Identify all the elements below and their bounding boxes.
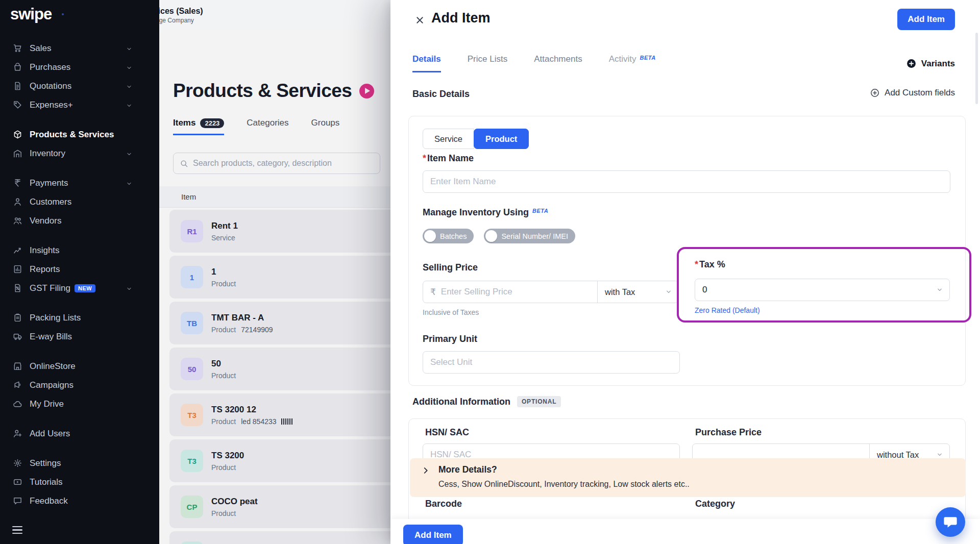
sidebar-item-products-services[interactable]: Products & Services [0, 125, 159, 144]
tab-details[interactable]: Details [412, 54, 441, 72]
sidebar-item-label: OnlineStore [30, 361, 76, 372]
sidebar-item-onlinestore[interactable]: OnlineStore [0, 357, 159, 376]
sidebar-item-payments[interactable]: Payments [0, 174, 159, 192]
sidebar-item-settings[interactable]: Settings [0, 454, 159, 473]
hsn-sac-label: HSN/ SAC [425, 427, 469, 438]
chevron-down-icon [126, 150, 133, 157]
sidebar-item-tutorials[interactable]: Tutorials [0, 473, 159, 491]
addusers-icon [12, 429, 22, 439]
plus-circle-filled-icon [906, 58, 917, 69]
item-column-header: Item [181, 186, 196, 208]
type-product-button[interactable]: Product [474, 129, 529, 149]
item-subtitle: Product [211, 372, 236, 380]
sidebar-item-vendors[interactable]: Vendors [0, 211, 159, 230]
sidebar-item-purchases[interactable]: Purchases [0, 58, 159, 77]
sidebar-item-inventory[interactable]: Inventory [0, 144, 159, 163]
chevron-down-icon [126, 285, 133, 292]
search-input[interactable] [193, 159, 374, 168]
toggle-knob [485, 230, 497, 242]
tab-activity[interactable]: ActivityBETA [609, 54, 656, 72]
more-details-description: Cess, Show OnlineDiscount, Inventory tra… [438, 480, 690, 489]
type-service-button[interactable]: Service [423, 129, 474, 149]
item-subtitle: Service [211, 234, 238, 242]
chevron-down-icon [126, 83, 133, 90]
sidebar-item-gst-filing[interactable]: GST FilingNEW [0, 279, 159, 298]
page-title: Products & Services [173, 80, 352, 102]
item-name-input[interactable] [430, 177, 943, 187]
scrollbar-thumb[interactable] [975, 33, 978, 104]
sidebar-item-packing-lists[interactable]: Packing Lists [0, 308, 159, 327]
zero-rated-link[interactable]: Zero Rated (Default) [695, 306, 760, 314]
item-info: TMT BAR - AProduct72149909 [211, 313, 273, 334]
modal-title: Add Item [431, 10, 491, 26]
item-name: TS 3200 12 [211, 405, 293, 415]
play-tutorial-button[interactable] [359, 84, 374, 98]
sidebar-item-label: GST Filing [30, 283, 70, 293]
item-name: 50 [211, 359, 236, 369]
serial-number-imei-toggle[interactable]: Serial Number/ IMEI [484, 229, 575, 243]
tax-percent-select[interactable]: 0 [695, 279, 950, 301]
primary-unit-field [423, 351, 680, 374]
sidebar-item-my-drive[interactable]: My Drive [0, 394, 159, 413]
sidebar-item-insights[interactable]: Insights [0, 241, 159, 260]
chevron-down-icon [126, 64, 133, 71]
avatar: T3 [181, 450, 203, 472]
sidebar-item-label: E-way Bills [30, 332, 72, 342]
sidebar-item-label: Add Users [30, 429, 70, 439]
add-custom-fields-label: Add Custom fields [885, 88, 955, 98]
batches-toggle[interactable]: Batches [423, 229, 474, 243]
add-item-button-header[interactable]: Add Item [897, 9, 955, 30]
selling-price-input[interactable] [441, 287, 590, 297]
unit-select-input[interactable] [430, 357, 672, 367]
toggle-label: Serial Number/ IMEI [501, 232, 568, 240]
tab-items[interactable]: Items2223 [173, 118, 224, 135]
sidebar-item-quotations[interactable]: Quotations [0, 77, 159, 95]
drive-icon [12, 399, 22, 409]
selling-price-group: ₹ with Tax [423, 281, 679, 303]
more-details-banner[interactable]: More Details? Cess, Show OnlineDiscount,… [410, 458, 966, 497]
item-name: TS 3200 [211, 451, 244, 461]
customers-icon [12, 197, 22, 207]
additional-information-heading-row: Additional Information OPTIONAL [412, 396, 561, 407]
sidebar-item-e-way-bills[interactable]: E-way Bills [0, 327, 159, 346]
tax-percent-label: * Tax % [695, 259, 725, 270]
tab-categories[interactable]: Categories [247, 118, 288, 135]
tab-attachments[interactable]: Attachments [534, 54, 582, 72]
sidebar-item-customers[interactable]: Customers [0, 192, 159, 211]
menu-toggle-icon[interactable] [12, 526, 23, 536]
item-name: Rent 1 [211, 221, 238, 231]
close-icon[interactable] [412, 12, 427, 28]
with-tax-select[interactable]: with Tax [597, 281, 679, 303]
primary-unit-label: Primary Unit [423, 334, 477, 344]
sidebar-item-add-users[interactable]: Add Users [0, 424, 159, 443]
purchases-icon [12, 62, 22, 72]
reports-icon [12, 264, 22, 275]
beta-badge: BETA [532, 208, 548, 214]
sidebar-item-reports[interactable]: Reports [0, 260, 159, 279]
gst-icon [12, 283, 22, 293]
avatar: 1P [181, 541, 203, 544]
store-icon [12, 361, 22, 372]
plus-circle-icon [870, 88, 880, 98]
swipe-logo: swipe [10, 5, 52, 23]
tab-label: Attachments [534, 54, 582, 64]
add-item-button-footer[interactable]: Add Item [403, 525, 463, 544]
item-code: led 854233 [241, 417, 276, 426]
tab-label: Items [173, 118, 195, 128]
tutorials-icon [12, 477, 22, 487]
sidebar-item-sales[interactable]: Sales [0, 39, 159, 58]
item-type-toggle: ServiceProduct [423, 129, 529, 149]
chat-launcher-button[interactable] [936, 507, 965, 537]
sidebar-item-label: Feedback [30, 496, 68, 506]
modal-tabs: DetailsPrice ListsAttachmentsActivityBET… [412, 54, 656, 72]
add-custom-fields-button[interactable]: Add Custom fields [870, 88, 955, 98]
sidebar-item-campaigns[interactable]: Campaigns [0, 376, 159, 394]
sidebar-item-label: Tutorials [30, 477, 63, 487]
variants-button[interactable]: Variants [906, 58, 955, 69]
sidebar-item-feedback[interactable]: Feedback [0, 491, 159, 510]
tab-price-lists[interactable]: Price Lists [468, 54, 507, 72]
tab-groups[interactable]: Groups [311, 118, 340, 135]
sidebar-item-expenses[interactable]: Expenses+ [0, 95, 159, 114]
sidebar-item-label: Purchases [30, 62, 70, 72]
avatar: 50 [181, 358, 203, 380]
